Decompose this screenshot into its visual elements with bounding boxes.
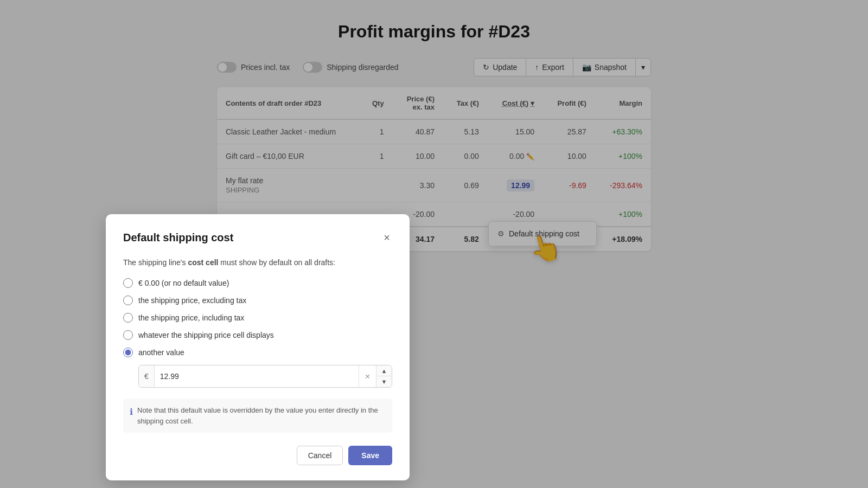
increment-button[interactable]: ▲	[376, 365, 392, 376]
option-price-ex-tax-label: the shipping price, excluding tax	[138, 296, 246, 305]
default-shipping-cost-modal: Default shipping cost × The shipping lin…	[106, 214, 410, 480]
option-another-value-label: another value	[138, 348, 184, 357]
value-input[interactable]	[155, 365, 359, 387]
modal-title: Default shipping cost	[123, 232, 233, 244]
modal-close-button[interactable]: ×	[381, 229, 392, 246]
modal-description: The shipping line's cost cell must show …	[123, 257, 392, 268]
option-whatever-displays[interactable]: whatever the shipping price cell display…	[123, 330, 392, 340]
cancel-button[interactable]: Cancel	[297, 446, 343, 465]
option-price-inc-tax-label: the shipping price, including tax	[138, 313, 244, 322]
option-price-ex-tax-radio[interactable]	[123, 296, 133, 305]
option-another-value-radio[interactable]	[123, 348, 133, 357]
option-price-inc-tax-radio[interactable]	[123, 313, 133, 323]
option-another-value[interactable]: another value	[123, 348, 392, 357]
value-input-row: € ✕ ▲ ▼	[138, 365, 392, 388]
modal-note: ℹ Note that this default value is overri…	[123, 399, 392, 433]
info-icon: ℹ	[130, 406, 133, 419]
option-price-ex-tax[interactable]: the shipping price, excluding tax	[123, 296, 392, 305]
option-zero[interactable]: € 0.00 (or no default value)	[123, 278, 392, 288]
modal-header: Default shipping cost ×	[123, 229, 392, 246]
euro-prefix: €	[139, 365, 155, 387]
stepper-buttons: ▲ ▼	[376, 365, 392, 387]
modal-footer: Cancel Save	[123, 446, 392, 465]
modal-note-text: Note that this default value is overridd…	[137, 405, 386, 426]
option-whatever-displays-label: whatever the shipping price cell display…	[138, 331, 274, 339]
option-zero-radio[interactable]	[123, 278, 133, 288]
option-whatever-displays-radio[interactable]	[123, 330, 133, 340]
clear-value-button[interactable]: ✕	[359, 365, 376, 387]
save-button[interactable]: Save	[348, 446, 392, 465]
decrement-button[interactable]: ▼	[376, 376, 392, 387]
option-zero-label: € 0.00 (or no default value)	[138, 279, 229, 287]
option-price-inc-tax[interactable]: the shipping price, including tax	[123, 313, 392, 323]
